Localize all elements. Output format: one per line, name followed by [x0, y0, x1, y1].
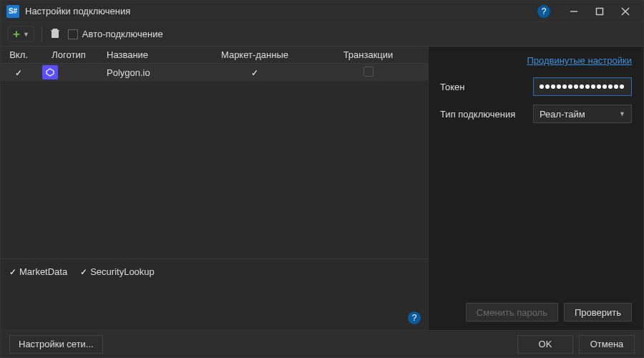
table-header: Вкл. Логотип Название Маркет-данные Тран… [1, 47, 428, 64]
cancel-button[interactable]: Отмена [579, 335, 635, 354]
advanced-settings-link[interactable]: Продвинутые настройки [440, 55, 632, 66]
verify-button[interactable]: Проверить [564, 303, 632, 321]
close-button[interactable] [613, 1, 638, 21]
delete-button[interactable] [49, 27, 61, 41]
footer: Настройки сети... OK Отмена [1, 330, 643, 357]
capabilities-panel: MarketData SecurityLookup [1, 258, 428, 330]
tag-market-data[interactable]: MarketData [9, 266, 67, 277]
checkbox-icon [68, 29, 78, 39]
toolbar-divider [42, 26, 42, 42]
toolbar: + ▼ Авто-подключение [1, 22, 643, 47]
ok-button[interactable]: OK [517, 335, 573, 354]
svg-rect-1 [597, 8, 603, 14]
left-panel: Вкл. Логотип Название Маркет-данные Тран… [1, 47, 429, 330]
connection-type-value: Реал-тайм [540, 109, 585, 120]
panel-help-icon[interactable]: ? [408, 311, 421, 324]
change-password-button[interactable]: Сменить пароль [466, 303, 558, 321]
chevron-down-icon: ▼ [23, 31, 29, 38]
connection-type-label: Тип подключения [440, 109, 533, 120]
connector-logo [42, 65, 58, 79]
minimize-button[interactable] [562, 1, 586, 21]
th-logo[interactable]: Логотип [36, 49, 101, 60]
window-title: Настройки подключения [25, 6, 537, 16]
auto-connect-checkbox[interactable]: Авто-подключение [68, 29, 163, 39]
chevron-down-icon: ▼ [619, 110, 625, 117]
transactions-checkbox[interactable] [364, 67, 374, 77]
network-settings-button[interactable]: Настройки сети... [9, 335, 103, 354]
th-name[interactable]: Название [101, 49, 201, 60]
th-transactions[interactable]: Транзакции [308, 49, 428, 60]
titlebar: S# Настройки подключения ? [1, 1, 643, 22]
app-icon: S# [6, 5, 19, 18]
titlebar-help-icon[interactable]: ? [537, 5, 550, 18]
th-enabled[interactable]: Вкл. [1, 49, 36, 60]
add-connector-button[interactable]: + ▼ [8, 26, 34, 42]
svg-marker-4 [47, 69, 54, 76]
maximize-button[interactable] [587, 1, 612, 21]
connector-name: Polygon.io [101, 67, 201, 78]
table-row[interactable]: ✓ Polygon.io ✓ [1, 64, 428, 81]
token-input[interactable] [533, 77, 632, 96]
auto-connect-label: Авто-подключение [82, 29, 163, 39]
table-body[interactable]: ✓ Polygon.io ✓ [1, 64, 428, 258]
connection-type-select[interactable]: Реал-тайм ▼ [533, 105, 632, 123]
plus-icon: + [13, 28, 20, 40]
token-label: Токен [440, 82, 533, 92]
right-panel: Продвинутые настройки Токен Тип подключе… [429, 47, 643, 330]
enabled-check-icon[interactable]: ✓ [15, 68, 22, 78]
th-market-data[interactable]: Маркет-данные [201, 49, 308, 60]
market-data-check-icon[interactable]: ✓ [251, 68, 258, 78]
tag-security-lookup[interactable]: SecurityLookup [80, 266, 155, 277]
